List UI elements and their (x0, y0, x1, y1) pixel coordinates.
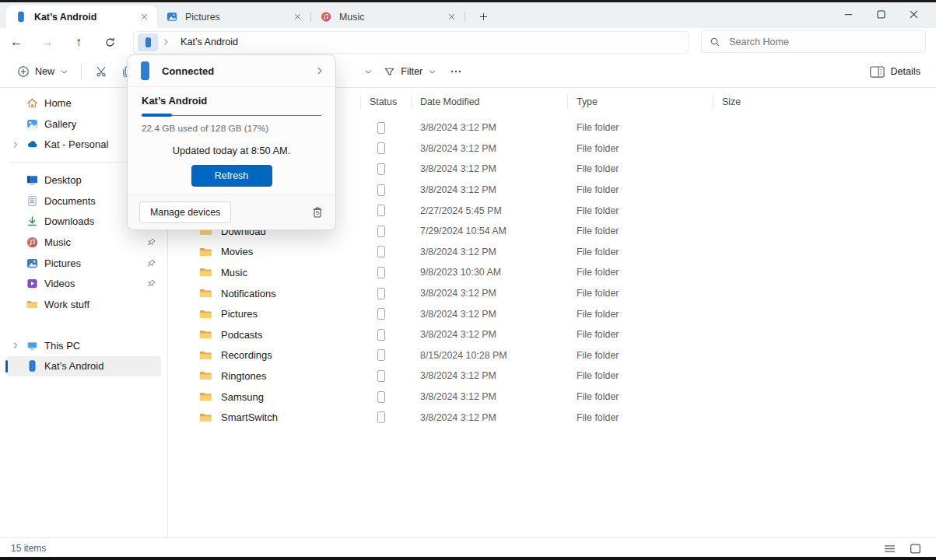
search-input[interactable] (727, 36, 917, 48)
close-window-button[interactable] (897, 3, 930, 26)
new-tab-button[interactable] (473, 6, 493, 26)
storage-text: 22.4 GB used of 128 GB (17%) (142, 123, 321, 134)
close-icon[interactable] (443, 9, 460, 26)
up-button[interactable]: ↑ (66, 30, 91, 54)
file-type: File folder (567, 184, 713, 195)
file-date-modified: 3/8/2024 3:12 PM (411, 143, 567, 154)
file-type: File folder (567, 122, 713, 133)
file-type: File folder (567, 205, 713, 216)
status-on-device-icon (377, 411, 385, 423)
home-icon (26, 97, 38, 109)
downloads-icon (26, 215, 38, 227)
device-breadcrumb-chip[interactable] (138, 33, 158, 51)
folder-icon (199, 412, 212, 423)
chevron-right-icon[interactable] (160, 38, 172, 46)
file-row[interactable]: Notifications3/8/2024 3:12 PMFile folder (168, 283, 936, 304)
music-icon (26, 236, 38, 248)
tab-label: Pictures (185, 12, 289, 23)
tab-kats-android[interactable]: Kat’s Android (6, 5, 157, 28)
more-options-button[interactable] (443, 59, 469, 84)
sidebar-item-label: Downloads (44, 215, 94, 227)
column-type[interactable]: Type (567, 89, 713, 114)
folder-icon (199, 267, 212, 278)
file-type: File folder (567, 350, 713, 361)
file-type: File folder (567, 288, 713, 299)
chevron-right-icon[interactable] (315, 66, 324, 75)
file-row[interactable]: Ringtones3/8/2024 3:12 PMFile folder (168, 366, 936, 387)
search-box[interactable] (701, 30, 926, 53)
popup-header[interactable]: Connected (128, 55, 335, 87)
view-dropdown-chevron-icon[interactable] (359, 59, 377, 84)
breadcrumb[interactable]: Kat’s Android (181, 37, 238, 47)
thumbnail-view-button[interactable] (909, 542, 922, 555)
sidebar-item-label: This PC (44, 340, 80, 352)
maximize-button[interactable] (864, 3, 897, 26)
file-explorer-window: Kat’s Android Pictures Music ← → ↑ (0, 0, 936, 560)
column-status[interactable]: Status (360, 89, 411, 114)
file-date-modified: 3/8/2024 3:12 PM (411, 412, 567, 423)
status-on-device-icon (377, 267, 385, 278)
file-row[interactable]: Recordings8/15/2024 10:28 PMFile folder (168, 345, 936, 366)
chevron-down-icon (60, 68, 68, 76)
phone-recycle-bin-icon[interactable] (311, 206, 324, 219)
tab-music[interactable]: Music (311, 5, 464, 28)
back-button[interactable]: ← (4, 30, 29, 54)
file-name: Movies (221, 246, 253, 257)
device-name: Kat’s Android (142, 95, 321, 107)
status-on-device-icon (377, 288, 385, 299)
new-button[interactable]: New (11, 59, 75, 84)
column-date-modified[interactable]: Date Modified (411, 89, 567, 114)
details-pane-icon (870, 66, 885, 78)
folder-icon (199, 288, 212, 299)
file-date-modified: 3/8/2024 3:12 PM (411, 184, 567, 195)
status-on-device-icon (377, 370, 385, 382)
window-controls (832, 3, 930, 26)
phone-icon (143, 37, 153, 48)
sidebar-item-music[interactable]: Music (6, 232, 161, 253)
sidebar-item-videos[interactable]: Videos (6, 274, 161, 295)
details-view-button[interactable] (883, 542, 896, 555)
minimize-button[interactable] (832, 3, 864, 26)
file-date-modified: 3/8/2024 3:12 PM (411, 163, 567, 174)
chevron-right-icon[interactable] (9, 341, 22, 350)
file-row[interactable]: Pictures3/8/2024 3:12 PMFile folder (168, 303, 936, 324)
cut-button[interactable] (88, 59, 114, 84)
tab-bar: Kat’s Android Pictures Music (0, 2, 936, 28)
file-row[interactable]: Movies3/8/2024 3:12 PMFile folder (168, 242, 936, 263)
sidebar-item-pictures[interactable]: Pictures (6, 253, 161, 274)
file-row[interactable]: Podcasts3/8/2024 3:12 PMFile folder (168, 324, 936, 345)
file-name: Recordings (221, 349, 272, 361)
storage-progress-fill (142, 114, 172, 117)
sidebar-item-kat-s-android[interactable]: Kat’s Android (6, 356, 161, 377)
filter-button[interactable]: Filter (377, 59, 443, 84)
chevron-right-icon[interactable] (9, 140, 22, 149)
close-icon[interactable] (135, 9, 152, 26)
file-name: SmartSwitch (221, 411, 278, 423)
file-date-modified: 8/15/2024 10:28 PM (411, 350, 567, 361)
sidebar-item-label: Gallery (44, 118, 76, 130)
file-name: Pictures (221, 308, 258, 320)
refresh-button[interactable] (97, 30, 122, 54)
tab-pictures[interactable]: Pictures (157, 5, 310, 28)
file-type: File folder (567, 370, 713, 381)
sidebar-item-work-stuff[interactable]: Work stuff (6, 294, 161, 315)
file-row[interactable]: Music9/8/2023 10:30 AMFile folder (168, 262, 936, 283)
file-row[interactable]: Samsung3/8/2024 3:12 PMFile folder (168, 387, 936, 408)
manage-devices-button[interactable]: Manage devices (139, 201, 231, 223)
column-size[interactable]: Size (713, 89, 936, 114)
address-bar[interactable]: Kat’s Android (133, 31, 689, 54)
file-row[interactable]: SmartSwitch3/8/2024 3:12 PMFile folder (168, 407, 936, 428)
sidebar-item-this-pc[interactable]: This PC (6, 335, 161, 356)
refresh-device-button[interactable]: Refresh (191, 165, 272, 187)
status-bar: 15 items (0, 537, 936, 558)
file-name: Notifications (221, 288, 276, 299)
folder-icon (199, 247, 212, 257)
forward-button[interactable]: → (35, 30, 60, 54)
status-on-device-icon (377, 391, 385, 403)
sidebar-item-label: Videos (44, 278, 75, 289)
tab-separator (464, 12, 465, 22)
details-pane-button[interactable]: Details (865, 59, 926, 84)
item-count: 15 items (11, 543, 46, 554)
device-status-popup: Connected Kat’s Android 22.4 GB used of … (127, 54, 336, 230)
close-icon[interactable] (289, 9, 306, 26)
